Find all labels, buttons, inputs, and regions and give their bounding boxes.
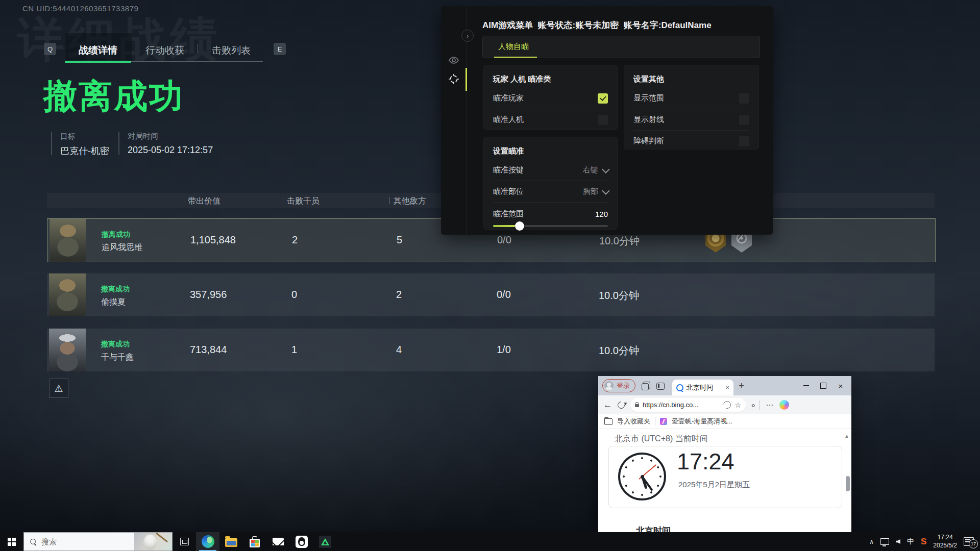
aim-players-checkbox[interactable] [598,93,608,104]
aim-part-label: 瞄准部位 [493,187,524,196]
row-kills: 1 [291,344,297,356]
col-kills: 击败干员 [287,196,320,207]
key-hint-e: E [274,43,286,55]
row-duration: 10.0分钟 [599,344,639,358]
time-card: 17:24 2025年5月2日星期五 [608,446,842,508]
bookmark-site[interactable]: 爱壹帆-海量高清视... [672,417,732,426]
taskbar-explorer[interactable] [219,532,243,551]
match-time-label: 对局时间 [128,132,213,141]
search-highlight-image[interactable] [134,533,172,550]
tabbar-underline [131,61,263,62]
system-tray: ∧ 中 S 17:24 2025/5/2 17 [869,532,980,551]
col-others: 其他敌方 [394,196,426,207]
browser-toolbar: ← https://cn.bing.co... ☆ ‹› ⋯ [598,395,851,414]
notification-center-icon[interactable]: 17 [964,537,974,546]
hidden-icons-caret[interactable]: ∧ [869,538,874,545]
scrollbar-thumb[interactable] [846,476,850,491]
goal-value: 巴克什-机密 [60,145,109,157]
refresh-icon[interactable] [616,400,626,410]
aim-range-slider[interactable] [493,225,608,227]
taskbar-edge[interactable] [196,532,219,551]
aim-menu-title: AIM游戏菜单 账号状态:账号未加密 账号名字:DefaulName [482,19,712,31]
tab-aimbot[interactable]: 人物自瞄 [498,42,529,52]
reader-icon[interactable] [722,399,732,410]
row-kd: 1/0 [497,344,511,356]
slider-thumb[interactable] [515,221,524,231]
warning-icon: ⚠ [54,383,63,394]
row-others: 2 [396,289,402,300]
start-button[interactable] [0,532,23,551]
store-bag-icon [250,539,260,547]
table-row[interactable]: 撤离成功 偷摸夏 357,956 0 2 0/0 10.0分钟 [47,273,935,316]
aim-key-label: 瞄准按键 [493,165,524,175]
date-text: 2025年5月2日星期五 [678,480,750,490]
row-others: 5 [397,234,402,246]
taskbar-search[interactable] [23,532,173,551]
eye-icon[interactable] [448,55,459,66]
tab-kill-list[interactable]: 击败列表 [212,44,251,57]
target-type-card: 玩家 人机 瞄准类 瞄准玩家 瞄准人机 [483,65,618,130]
match-time-info: 对局时间 2025-05-02 17:12:57 [128,132,213,156]
tab-actions-icon[interactable] [656,382,665,390]
show-range-checkbox[interactable] [739,93,749,104]
browser-essentials-icon[interactable]: ‹› [751,401,754,409]
browser-window: 登录 北京时间 × + × ← https://cn.bing.co... ☆ … [598,376,851,532]
signin-profile-button[interactable]: 登录 [602,379,635,392]
ime-indicator[interactable]: 中 [907,537,914,546]
row-kd: 0/0 [497,289,511,300]
player-uid: CN UID:5444012603651733879 [22,4,138,13]
row-value: 357,956 [190,289,227,300]
browser-tab-active[interactable]: 北京时间 × [672,380,733,395]
aim-key-select[interactable]: 右键 [583,165,608,175]
digital-time: 17:24 [677,448,734,475]
row-others: 4 [396,344,402,356]
toolbar-divider [760,400,760,410]
search-input[interactable] [40,537,119,546]
row-kd: 0/0 [497,234,511,246]
taskbar-mail[interactable] [266,532,290,551]
task-view-button[interactable] [173,532,196,551]
volume-icon[interactable] [896,539,900,544]
aim-menu-panel: › AIM游戏菜单 账号状态:账号未加密 账号名字:DefaulName 人物自… [441,6,773,235]
copilot-icon[interactable] [779,400,789,410]
network-icon[interactable] [880,538,889,545]
favorite-star-icon[interactable]: ☆ [734,401,741,409]
show-ray-checkbox[interactable] [739,115,749,125]
close-button[interactable]: × [832,376,849,395]
tab-battle-detail[interactable]: 战绩详情 [79,44,117,57]
bookmark-import[interactable]: 导入收藏夹 [617,417,650,426]
row-player-name: 偷摸夏 [101,297,126,308]
new-tab-button[interactable]: + [739,380,744,391]
aim-tab-underline [494,57,537,58]
report-warning-button[interactable]: ⚠ [49,379,68,398]
sogou-icon[interactable]: S [921,537,926,547]
clock-date: 2025/5/2 [933,542,957,550]
row-status: 撤离成功 [101,340,130,349]
tab-close-icon[interactable]: × [725,384,729,391]
taskbar-delta[interactable] [313,532,337,551]
delta-triangle-icon [319,536,331,548]
table-row[interactable]: 撤离成功 千与千鑫 713,844 1 4 1/0 10.0分钟 [47,329,935,371]
scroll-up-icon[interactable]: ▲ [844,433,849,439]
obstacle-check-checkbox[interactable] [739,136,749,146]
match-time-value: 2025-05-02 17:12:57 [128,145,213,156]
maximize-button[interactable] [815,376,832,395]
tab-loot[interactable]: 行动收获 [145,44,184,57]
back-button[interactable]: ← [603,400,612,410]
minimize-button[interactable] [797,376,815,395]
taskbar-store[interactable] [243,532,266,551]
collapse-menu-button[interactable]: › [461,30,474,42]
show-ray-label: 显示射线 [633,115,664,124]
settings-menu-icon[interactable]: ⋯ [766,400,774,410]
taskbar-qq[interactable] [290,532,313,551]
crosshair-icon[interactable] [448,73,459,85]
url-text[interactable]: https://cn.bing.co... [643,401,720,409]
aim-bots-checkbox[interactable] [598,115,608,125]
address-bar[interactable]: https://cn.bing.co... ☆ [630,398,746,412]
aim-part-select[interactable]: 胸部 [583,187,608,196]
row-status: 撤离成功 [102,230,130,239]
taskbar-clock[interactable]: 17:24 2025/5/2 [933,534,957,549]
workspaces-icon[interactable] [642,382,650,390]
beijing-time-heading: 北京市 (UTC+8) 当前时间 [615,434,708,444]
aim-bots-label: 瞄准人机 [493,115,524,124]
